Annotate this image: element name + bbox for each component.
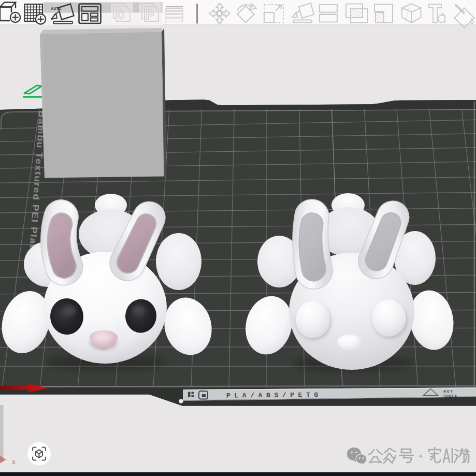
svg-text:P: P — [146, 7, 154, 22]
svg-text:x: x — [12, 458, 16, 466]
svg-text:0: 0 — [117, 7, 124, 22]
svg-text:PLA/ABS/PETG: PLA/ABS/PETG — [226, 391, 322, 399]
svg-text:SURFA: SURFA — [443, 394, 457, 398]
svg-text:HOT: HOT — [443, 389, 454, 394]
